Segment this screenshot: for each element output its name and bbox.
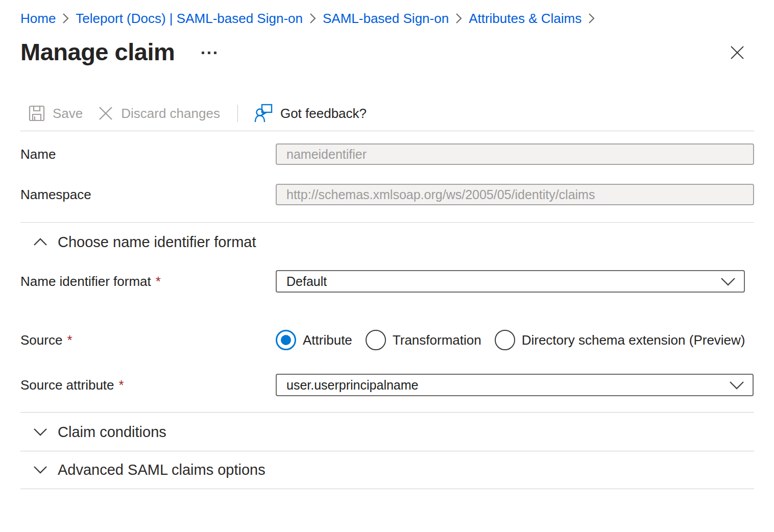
chevron-down-icon: [720, 277, 736, 286]
dropdown-value: Default: [286, 274, 327, 289]
chevron-up-icon: [33, 238, 47, 246]
radio-option-transformation[interactable]: Transformation: [366, 330, 481, 350]
save-label: Save: [53, 106, 83, 122]
breadcrumb-item-home[interactable]: Home: [20, 11, 56, 27]
radio-label: Directory schema extension (Preview): [522, 332, 745, 348]
save-icon: [29, 105, 45, 122]
section-divider: [20, 412, 754, 413]
name-identifier-format-dropdown[interactable]: Default: [276, 270, 745, 293]
got-feedback-label: Got feedback?: [280, 106, 367, 122]
namespace-input: http://schemas.xmlsoap.org/ws/2005/05/id…: [276, 184, 754, 205]
required-asterisk: *: [156, 274, 161, 289]
required-asterisk: *: [119, 377, 124, 393]
radio-option-attribute[interactable]: Attribute: [276, 330, 352, 350]
section-choose-name-identifier-format[interactable]: Choose name identifier format: [33, 233, 256, 251]
source-label: Source *: [20, 330, 72, 350]
radio-option-directory-schema-extension[interactable]: Directory schema extension (Preview): [495, 330, 745, 350]
radio-selected-icon[interactable]: [276, 330, 296, 350]
name-label: Name: [20, 143, 56, 165]
more-options-button[interactable]: [202, 50, 216, 56]
name-input: nameidentifier: [276, 143, 754, 165]
breadcrumb-separator-icon: [62, 13, 69, 24]
source-attribute-dropdown[interactable]: user.userprincipalname: [276, 374, 754, 396]
label-text: Name identifier format: [20, 274, 151, 289]
toolbar-bottom-divider: [20, 131, 754, 131]
section-title: Claim conditions: [58, 424, 166, 441]
required-asterisk: *: [67, 332, 72, 348]
manage-claim-pane: Home Teleport (Docs) | SAML-based Sign-o…: [0, 0, 774, 532]
label-text: Source attribute: [20, 377, 114, 393]
toolbar-divider: [237, 105, 238, 122]
chevron-down-icon: [729, 381, 744, 390]
source-attribute-label: Source attribute *: [20, 374, 124, 396]
breadcrumb-item-saml-signon[interactable]: SAML-based Sign-on: [323, 11, 449, 27]
section-divider: [20, 222, 754, 223]
radio-unselected-icon[interactable]: [495, 330, 515, 350]
close-icon[interactable]: [728, 44, 746, 62]
more-dot: [208, 52, 210, 54]
discard-changes-label: Discard changes: [121, 106, 220, 122]
section-divider: [20, 451, 754, 451]
more-dot: [214, 52, 216, 54]
radio-label: Transformation: [393, 332, 481, 348]
breadcrumb-separator-icon: [309, 13, 316, 24]
breadcrumb-separator-icon: [455, 13, 462, 24]
command-bar: Save Discard changes Got feedback?: [20, 101, 377, 126]
label-text: Source: [20, 332, 62, 348]
radio-label: Attribute: [303, 332, 352, 348]
page-title: Manage claim: [20, 38, 175, 66]
breadcrumb-separator-icon: [588, 13, 595, 24]
feedback-icon: [254, 104, 273, 123]
namespace-label: Namespace: [20, 184, 91, 205]
source-radio-group: Attribute Transformation Directory schem…: [276, 330, 745, 350]
radio-unselected-icon[interactable]: [366, 330, 386, 350]
dropdown-value: user.userprincipalname: [286, 378, 418, 393]
chevron-down-icon: [33, 466, 47, 474]
breadcrumb: Home Teleport (Docs) | SAML-based Sign-o…: [20, 10, 595, 27]
discard-icon: [98, 106, 113, 121]
section-title: Choose name identifier format: [58, 234, 256, 251]
section-claim-conditions[interactable]: Claim conditions: [33, 423, 166, 441]
chevron-down-icon: [33, 428, 47, 436]
breadcrumb-item-attributes-claims[interactable]: Attributes & Claims: [469, 11, 582, 27]
save-button[interactable]: Save: [20, 101, 93, 126]
section-divider: [20, 489, 754, 489]
section-advanced-saml-claims-options[interactable]: Advanced SAML claims options: [33, 461, 265, 478]
discard-changes-button[interactable]: Discard changes: [93, 101, 230, 126]
breadcrumb-item-app[interactable]: Teleport (Docs) | SAML-based Sign-on: [76, 11, 303, 27]
got-feedback-button[interactable]: Got feedback?: [245, 101, 377, 126]
section-title: Advanced SAML claims options: [58, 462, 265, 478]
more-dot: [202, 52, 204, 54]
name-identifier-format-label: Name identifier format *: [20, 270, 161, 293]
